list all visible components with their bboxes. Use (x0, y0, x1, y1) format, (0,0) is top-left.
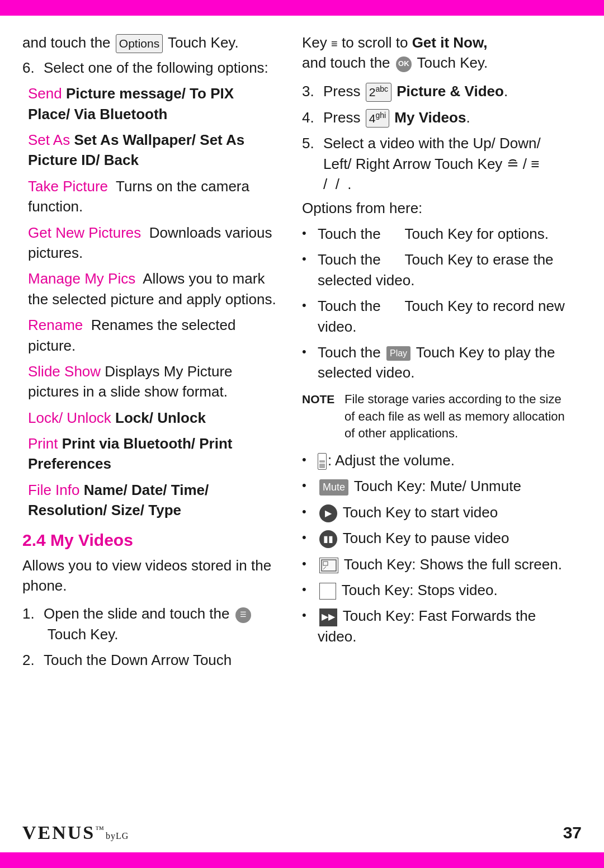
step-1: 1. Open the slide and touch the ☰ Touch … (22, 603, 280, 644)
mute-icon: Mute (319, 479, 348, 496)
option-send: Send Picture message/ To PIX Place/ Via … (28, 83, 280, 124)
volume-icon (318, 453, 327, 470)
bullet-option-1: • Touch the Touch Key for options. (302, 224, 570, 244)
step2-continued: Key ≡ to scroll to Get it Now, and touch… (302, 32, 570, 73)
option-rename: Rename Renames the selected picture. (28, 315, 280, 356)
bullet-play: • ▶ Touch Key to start video (302, 502, 570, 522)
2abc-key: 2abc (366, 83, 391, 101)
4ghi-key: 4ghi (366, 109, 389, 128)
right-column: Key ≡ to scroll to Get it Now, and touch… (296, 32, 570, 796)
option-print: Print Print via Bluetooth/ Print Prefere… (28, 433, 280, 474)
bullet-pause: • ▮▮ Touch Key to pause video (302, 528, 570, 548)
option-getnewpictures: Get New Pictures Downloads various pictu… (28, 223, 280, 263)
options-from-here: Options from here: (302, 198, 570, 218)
step-2: 2. Touch the Down Arrow Touch (22, 650, 280, 670)
intro-text: and touch the Options Touch Key. (22, 32, 280, 53)
option-fileinfo: File Info Name/ Date/ Time/ Resolution/ … (28, 480, 280, 521)
venus-logo: VENUS™byLG (22, 822, 129, 843)
bottom-bar (0, 852, 604, 868)
section-desc: Allows you to view videos stored in the … (22, 555, 280, 596)
options-key: Options (116, 34, 163, 53)
option-slideshow: Slide Show Displays My Picture pictures … (28, 361, 280, 402)
left-column: and touch the Options Touch Key. 6. Sele… (22, 32, 296, 796)
ok-icon: OK (396, 56, 412, 72)
play-key-icon: Play (386, 346, 410, 361)
svg-rect-1 (323, 562, 328, 565)
bullet-mute: • Mute Touch Key: Mute/ Unmute (302, 476, 570, 496)
step-3: 3. Press 2abc Picture & Video. (302, 81, 570, 102)
fast-forward-icon: ▶▶ (319, 608, 337, 626)
footer: VENUS™byLG 37 (0, 813, 604, 852)
options-list: Send Picture message/ To PIX Place/ Via … (28, 83, 280, 520)
bullet-option-4: • Touch the Play Touch Key to play the s… (302, 342, 570, 383)
option-lockunlock: Lock/ Unlock Lock/ Unlock (28, 408, 280, 428)
option-setas: Set As Set As Wallpaper/ Set As Picture … (28, 130, 280, 171)
bullet-option-2: • Touch the Touch Key to erase the selec… (302, 249, 570, 290)
fullscreen-icon (319, 558, 338, 573)
option-takepicture: Take Picture Turns on the camera functio… (28, 176, 280, 217)
step-6: 6. Select one of the following options: (22, 58, 280, 78)
bullet-stop: • Touch Key: Stops video. (302, 580, 570, 600)
step-5: 5. Select a video with the Up/ Down/ Lef… (302, 133, 570, 194)
menu-icon: ☰ (235, 607, 251, 623)
content: and touch the Options Touch Key. 6. Sele… (0, 16, 604, 813)
page-number: 37 (563, 823, 582, 842)
bullet-fullscreen: • Touch Key: Shows the full screen. (302, 554, 570, 574)
section-heading-myvideos: 2.4 My Videos (22, 531, 280, 550)
note-block: NOTE File storage varies according to th… (302, 391, 570, 442)
step-4: 4. Press 4ghi My Videos. (302, 107, 570, 128)
play-circle-icon: ▶ (319, 504, 337, 522)
pause-circle-icon: ▮▮ (319, 530, 337, 548)
top-bar (0, 0, 604, 16)
stop-icon (319, 583, 336, 600)
bullet-ff: • ▶▶ Touch Key: Fast Forwards the video. (302, 606, 570, 647)
bullet-option-3: • Touch the Touch Key to record new vide… (302, 296, 570, 337)
bullet-volume: • : Adjust the volume. (302, 450, 570, 470)
svg-line-2 (323, 567, 326, 569)
option-managemypics: Manage My Pics Allows you to mark the se… (28, 268, 280, 309)
